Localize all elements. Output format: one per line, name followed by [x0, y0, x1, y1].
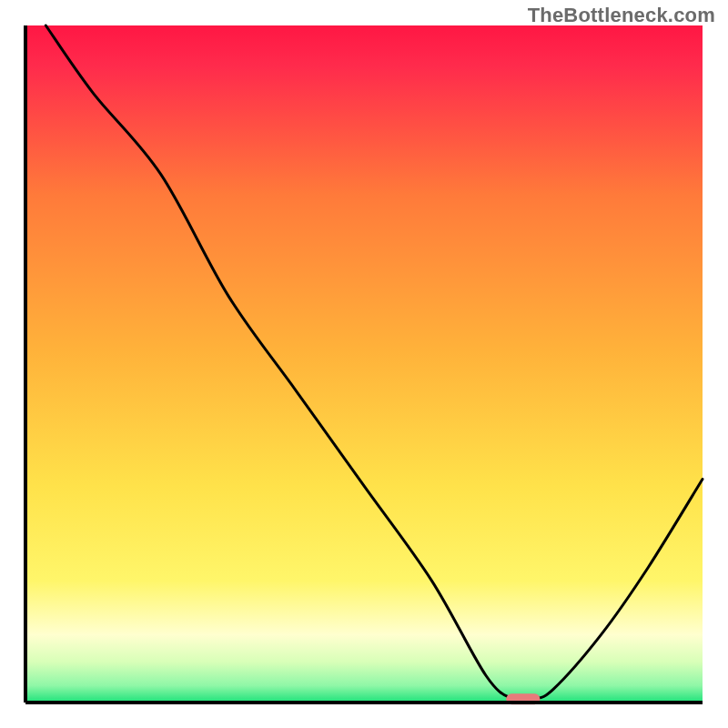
chart-gradient-background: [25, 25, 703, 703]
bottleneck-chart: [0, 0, 728, 728]
watermark-text: TheBottleneck.com: [528, 4, 715, 27]
